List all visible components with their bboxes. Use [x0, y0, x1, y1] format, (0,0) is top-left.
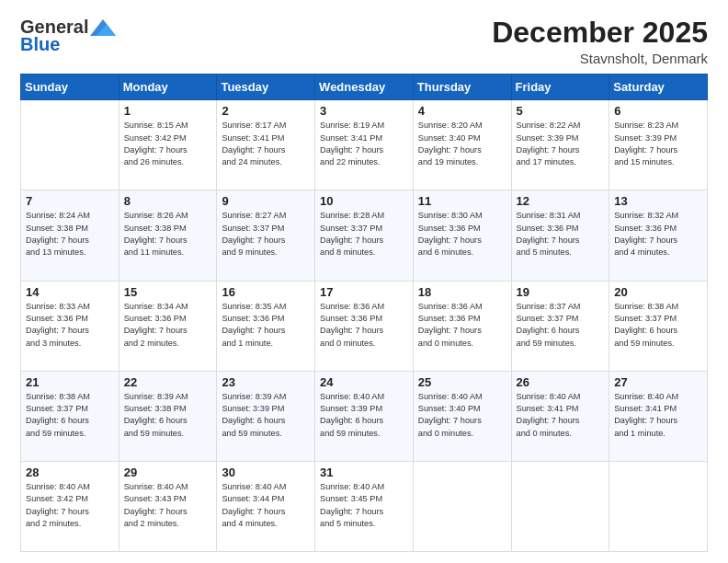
- calendar-cell: 10Sunrise: 8:28 AM Sunset: 3:37 PM Dayli…: [315, 190, 414, 281]
- week-row-4: 21Sunrise: 8:38 AM Sunset: 3:37 PM Dayli…: [21, 371, 708, 461]
- day-info: Sunrise: 8:40 AM Sunset: 3:44 PM Dayligh…: [222, 481, 310, 530]
- day-info: Sunrise: 8:36 AM Sunset: 3:36 PM Dayligh…: [418, 301, 506, 350]
- calendar-table: SundayMondayTuesdayWednesdayThursdayFrid…: [20, 74, 708, 552]
- day-info: Sunrise: 8:38 AM Sunset: 3:37 PM Dayligh…: [614, 301, 702, 350]
- calendar-cell: 12Sunrise: 8:31 AM Sunset: 3:36 PM Dayli…: [511, 190, 609, 281]
- calendar-cell: 7Sunrise: 8:24 AM Sunset: 3:38 PM Daylig…: [21, 190, 119, 281]
- calendar-cell: 16Sunrise: 8:35 AM Sunset: 3:36 PM Dayli…: [217, 281, 315, 371]
- day-number: 18: [418, 285, 506, 299]
- day-info: Sunrise: 8:37 AM Sunset: 3:37 PM Dayligh…: [517, 301, 605, 350]
- calendar-cell: [21, 100, 119, 190]
- day-number: 27: [614, 375, 702, 389]
- weekday-header-tuesday: Tuesday: [217, 75, 315, 100]
- day-number: 25: [418, 375, 506, 389]
- day-number: 13: [614, 194, 702, 208]
- page: General Blue December 2025 Stavnsholt, D…: [0, 0, 728, 563]
- logo-blue: Blue: [20, 34, 60, 55]
- calendar-cell: [413, 461, 511, 551]
- calendar-cell: 20Sunrise: 8:38 AM Sunset: 3:37 PM Dayli…: [609, 281, 708, 371]
- day-info: Sunrise: 8:40 AM Sunset: 3:42 PM Dayligh…: [26, 481, 114, 530]
- calendar-cell: [511, 461, 609, 551]
- day-number: 19: [517, 285, 605, 299]
- calendar-cell: 15Sunrise: 8:34 AM Sunset: 3:36 PM Dayli…: [119, 281, 217, 371]
- weekday-header-wednesday: Wednesday: [315, 75, 414, 100]
- day-info: Sunrise: 8:24 AM Sunset: 3:38 PM Dayligh…: [26, 210, 114, 259]
- day-number: 28: [26, 465, 114, 479]
- day-info: Sunrise: 8:35 AM Sunset: 3:36 PM Dayligh…: [222, 301, 310, 350]
- weekday-header-friday: Friday: [511, 75, 609, 100]
- day-info: Sunrise: 8:33 AM Sunset: 3:36 PM Dayligh…: [26, 301, 114, 350]
- calendar-cell: 29Sunrise: 8:40 AM Sunset: 3:43 PM Dayli…: [119, 461, 217, 551]
- calendar-cell: 2Sunrise: 8:17 AM Sunset: 3:41 PM Daylig…: [217, 100, 315, 190]
- day-number: 23: [222, 375, 310, 389]
- calendar-cell: 23Sunrise: 8:39 AM Sunset: 3:39 PM Dayli…: [217, 371, 315, 461]
- day-info: Sunrise: 8:40 AM Sunset: 3:45 PM Dayligh…: [320, 481, 408, 530]
- calendar-cell: 24Sunrise: 8:40 AM Sunset: 3:39 PM Dayli…: [315, 371, 414, 461]
- weekday-header-sunday: Sunday: [21, 75, 119, 100]
- day-number: 31: [320, 465, 408, 479]
- calendar-cell: 8Sunrise: 8:26 AM Sunset: 3:38 PM Daylig…: [119, 190, 217, 281]
- day-info: Sunrise: 8:15 AM Sunset: 3:42 PM Dayligh…: [124, 120, 212, 168]
- calendar-cell: 18Sunrise: 8:36 AM Sunset: 3:36 PM Dayli…: [413, 281, 511, 371]
- weekday-header-monday: Monday: [119, 75, 217, 100]
- title-area: December 2025 Stavnsholt, Denmark: [492, 17, 708, 66]
- day-number: 24: [320, 375, 408, 389]
- day-number: 15: [124, 285, 212, 299]
- calendar-cell: 17Sunrise: 8:36 AM Sunset: 3:36 PM Dayli…: [315, 281, 414, 371]
- calendar-cell: 14Sunrise: 8:33 AM Sunset: 3:36 PM Dayli…: [21, 281, 119, 371]
- calendar-cell: 19Sunrise: 8:37 AM Sunset: 3:37 PM Dayli…: [511, 281, 609, 371]
- calendar-cell: 6Sunrise: 8:23 AM Sunset: 3:39 PM Daylig…: [609, 100, 708, 190]
- calendar-cell: 21Sunrise: 8:38 AM Sunset: 3:37 PM Dayli…: [21, 371, 119, 461]
- weekday-header-thursday: Thursday: [413, 75, 511, 100]
- week-row-2: 7Sunrise: 8:24 AM Sunset: 3:38 PM Daylig…: [21, 190, 708, 281]
- calendar-cell: 9Sunrise: 8:27 AM Sunset: 3:37 PM Daylig…: [217, 190, 315, 281]
- weekday-header-saturday: Saturday: [609, 75, 708, 100]
- day-number: 11: [418, 194, 506, 208]
- week-row-1: 1Sunrise: 8:15 AM Sunset: 3:42 PM Daylig…: [21, 100, 708, 190]
- day-number: 7: [26, 194, 114, 208]
- day-info: Sunrise: 8:23 AM Sunset: 3:39 PM Dayligh…: [614, 120, 702, 168]
- day-number: 30: [222, 465, 310, 479]
- calendar-cell: 5Sunrise: 8:22 AM Sunset: 3:39 PM Daylig…: [511, 100, 609, 190]
- day-info: Sunrise: 8:40 AM Sunset: 3:41 PM Dayligh…: [614, 391, 702, 440]
- day-number: 22: [124, 375, 212, 389]
- day-number: 4: [418, 104, 506, 118]
- calendar-cell: 3Sunrise: 8:19 AM Sunset: 3:41 PM Daylig…: [315, 100, 414, 190]
- header: General Blue December 2025 Stavnsholt, D…: [20, 17, 708, 66]
- day-number: 12: [517, 194, 605, 208]
- calendar-cell: 26Sunrise: 8:40 AM Sunset: 3:41 PM Dayli…: [511, 371, 609, 461]
- calendar-cell: 22Sunrise: 8:39 AM Sunset: 3:38 PM Dayli…: [119, 371, 217, 461]
- day-number: 17: [320, 285, 408, 299]
- day-info: Sunrise: 8:30 AM Sunset: 3:36 PM Dayligh…: [418, 210, 506, 259]
- day-number: 1: [124, 104, 212, 118]
- day-number: 5: [517, 104, 605, 118]
- day-number: 9: [222, 194, 310, 208]
- day-number: 14: [26, 285, 114, 299]
- week-row-5: 28Sunrise: 8:40 AM Sunset: 3:42 PM Dayli…: [21, 461, 708, 551]
- week-row-3: 14Sunrise: 8:33 AM Sunset: 3:36 PM Dayli…: [21, 281, 708, 371]
- month-title: December 2025: [492, 17, 708, 49]
- calendar-cell: 11Sunrise: 8:30 AM Sunset: 3:36 PM Dayli…: [413, 190, 511, 281]
- day-info: Sunrise: 8:32 AM Sunset: 3:36 PM Dayligh…: [614, 210, 702, 259]
- calendar-cell: 30Sunrise: 8:40 AM Sunset: 3:44 PM Dayli…: [217, 461, 315, 551]
- logo: General Blue: [20, 17, 116, 55]
- day-info: Sunrise: 8:40 AM Sunset: 3:43 PM Dayligh…: [124, 481, 212, 530]
- day-number: 6: [614, 104, 702, 118]
- location: Stavnsholt, Denmark: [492, 51, 708, 66]
- calendar-cell: 27Sunrise: 8:40 AM Sunset: 3:41 PM Dayli…: [609, 371, 708, 461]
- day-number: 8: [124, 194, 212, 208]
- day-number: 21: [26, 375, 114, 389]
- day-info: Sunrise: 8:40 AM Sunset: 3:39 PM Dayligh…: [320, 391, 408, 440]
- day-number: 10: [320, 194, 408, 208]
- calendar-cell: [609, 461, 708, 551]
- day-number: 20: [614, 285, 702, 299]
- calendar-cell: 28Sunrise: 8:40 AM Sunset: 3:42 PM Dayli…: [21, 461, 119, 551]
- day-info: Sunrise: 8:17 AM Sunset: 3:41 PM Dayligh…: [222, 120, 310, 168]
- day-info: Sunrise: 8:34 AM Sunset: 3:36 PM Dayligh…: [124, 301, 212, 350]
- day-info: Sunrise: 8:40 AM Sunset: 3:40 PM Dayligh…: [418, 391, 506, 440]
- day-number: 2: [222, 104, 310, 118]
- day-info: Sunrise: 8:39 AM Sunset: 3:38 PM Dayligh…: [124, 391, 212, 440]
- calendar-cell: 31Sunrise: 8:40 AM Sunset: 3:45 PM Dayli…: [315, 461, 414, 551]
- day-info: Sunrise: 8:31 AM Sunset: 3:36 PM Dayligh…: [517, 210, 605, 259]
- day-info: Sunrise: 8:38 AM Sunset: 3:37 PM Dayligh…: [26, 391, 114, 440]
